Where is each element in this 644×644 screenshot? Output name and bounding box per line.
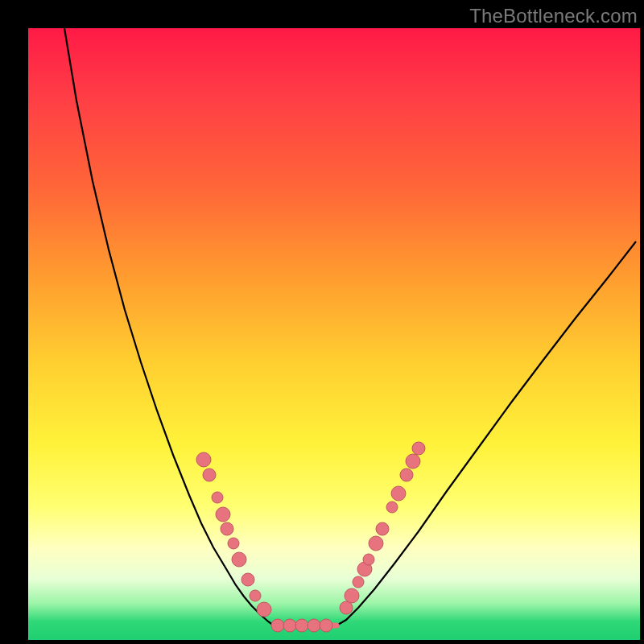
dot-left-0 xyxy=(196,452,211,467)
dot-flat-3 xyxy=(308,619,320,632)
chart-frame: TheBottleneck.com xyxy=(0,0,644,644)
dot-left-5 xyxy=(228,538,239,549)
dot-right-7 xyxy=(386,502,398,513)
dot-left-2 xyxy=(212,492,223,503)
dot-flat-2 xyxy=(295,619,308,632)
dot-right-9 xyxy=(400,469,413,481)
dot-right-1 xyxy=(345,588,359,603)
dot-right-10 xyxy=(406,454,420,469)
dot-left-6 xyxy=(232,552,246,567)
dot-right-2 xyxy=(353,576,364,588)
dot-flat-1 xyxy=(283,619,296,632)
right-curve xyxy=(336,242,636,625)
data-dots xyxy=(196,442,425,632)
dot-left-1 xyxy=(203,469,216,481)
dot-right-6 xyxy=(376,522,389,535)
watermark-text: TheBottleneck.com xyxy=(469,5,638,27)
plot-area xyxy=(28,28,640,640)
dot-left-8 xyxy=(250,590,261,601)
curve-layer xyxy=(28,28,640,640)
dot-right-5 xyxy=(369,536,383,551)
dot-right-0 xyxy=(340,601,353,614)
dot-right-8 xyxy=(391,486,406,501)
dot-left-3 xyxy=(216,507,230,522)
dot-flat-0 xyxy=(271,619,284,632)
left-curve xyxy=(64,28,274,625)
dot-left-4 xyxy=(221,522,233,535)
dot-left-9 xyxy=(257,602,271,617)
dot-right-11 xyxy=(412,442,425,455)
dot-left-7 xyxy=(242,573,254,586)
dot-flat-4 xyxy=(320,619,332,632)
dot-right-4 xyxy=(363,554,374,565)
